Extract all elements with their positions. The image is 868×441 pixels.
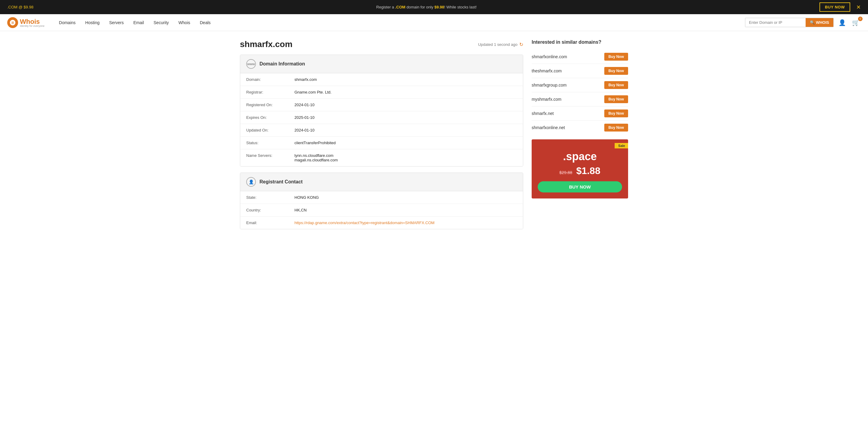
field-label-expires-on: Expires On:	[246, 115, 294, 120]
registrant-contact-header: 👤 Registrant Contact	[240, 173, 523, 191]
logo-icon	[7, 17, 18, 28]
search-input[interactable]	[745, 18, 806, 27]
main-content: shmarfx.com Updated 1 second ago ↻ www D…	[240, 39, 523, 235]
nav-link-domains[interactable]: Domains	[54, 14, 81, 31]
field-label-country: Country:	[246, 208, 294, 212]
suggestion-domain-6: shmarfxonline.net	[532, 125, 565, 130]
updated-text: Updated 1 second ago	[478, 42, 518, 47]
cart-button[interactable]: 🛒 0	[851, 18, 861, 27]
banner-bold2: $9.98	[434, 5, 444, 9]
table-row: Country: HK,CN	[240, 204, 523, 216]
logo-text-group: Whois Identity for everyone	[20, 18, 44, 27]
registrant-contact-card: 👤 Registrant Contact State: HONG KONG Co…	[240, 173, 523, 229]
search-button-label: WHOIS	[816, 20, 829, 25]
search-icon: 🔍	[810, 20, 815, 25]
old-price: $29.88	[559, 170, 572, 175]
www-icon: www	[247, 62, 255, 66]
table-row: Updated On: 2024-01-10	[240, 124, 523, 137]
nav-link-hosting[interactable]: Hosting	[81, 14, 104, 31]
cart-badge: 0	[858, 17, 863, 21]
list-item: shmarfxonline.net Buy Now	[532, 121, 628, 135]
field-value-domain: shmarfx.com	[294, 77, 317, 82]
logo-svg	[9, 19, 16, 26]
buy-button-6[interactable]: Buy Now	[604, 124, 628, 131]
banner-left-text: .COM @ $9.98	[7, 5, 33, 9]
nav-link-deals[interactable]: Deals	[195, 14, 216, 31]
banner-close-button[interactable]: ✕	[856, 4, 861, 10]
refresh-icon[interactable]: ↻	[519, 41, 523, 47]
person-icon: 👤	[249, 179, 254, 184]
nav-right: 🔍 WHOIS 👤 🛒 0	[745, 18, 861, 27]
similar-domains-title: Interested in similar domains?	[532, 39, 628, 45]
suggestion-domain-1: shmarfxonline.com	[532, 54, 567, 59]
list-item: shmarfxgroup.com Buy Now	[532, 78, 628, 92]
field-value-registrar: Gname.com Pte. Ltd.	[294, 90, 332, 94]
field-label-updated-on: Updated On:	[246, 128, 294, 133]
search-bar: 🔍 WHOIS	[745, 18, 834, 27]
buy-button-3[interactable]: Buy Now	[604, 81, 628, 89]
buy-button-4[interactable]: Buy Now	[604, 95, 628, 103]
suggestion-domain-3: shmarfxgroup.com	[532, 83, 567, 87]
sidebar: Interested in similar domains? shmarfxon…	[532, 39, 628, 235]
logo-text: Whois	[20, 18, 40, 25]
contact-icon: 👤	[246, 177, 256, 187]
list-item: theshmarfx.com Buy Now	[532, 64, 628, 78]
nav-link-security[interactable]: Security	[149, 14, 174, 31]
account-button[interactable]: 👤	[837, 18, 847, 27]
buy-button-5[interactable]: Buy Now	[604, 110, 628, 117]
domain-info-body: Domain: shmarfx.com Registrar: Gname.com…	[240, 73, 523, 166]
domain-icon: www	[246, 59, 256, 69]
sale-pricing: $29.88 $1.88	[538, 165, 622, 176]
list-item: shmarfx.net Buy Now	[532, 107, 628, 121]
search-button[interactable]: 🔍 WHOIS	[806, 18, 833, 27]
banner-bold1: .COM	[395, 5, 405, 9]
table-row: Name Servers: lynn.ns.cloudflare.com mag…	[240, 149, 523, 166]
field-label-email: Email:	[246, 220, 294, 225]
page-header: shmarfx.com Updated 1 second ago ↻	[240, 39, 523, 49]
table-row: Email: https://rdap.gname.com/extra/cont…	[240, 216, 523, 229]
field-value-email: https://rdap.gname.com/extra/contact?typ…	[294, 220, 435, 225]
field-value-expires-on: 2025-01-10	[294, 115, 315, 120]
field-label-state: State:	[246, 195, 294, 200]
suggestion-domain-4: myshmarfx.com	[532, 97, 561, 102]
field-value-country: HK,CN	[294, 208, 307, 212]
nav-link-email[interactable]: Email	[129, 14, 149, 31]
registrant-contact-body: State: HONG KONG Country: HK,CN Email: h…	[240, 191, 523, 229]
field-label-status: Status:	[246, 141, 294, 145]
similar-domains-section: Interested in similar domains? shmarfxon…	[532, 39, 628, 135]
nav-link-servers[interactable]: Servers	[104, 14, 128, 31]
field-value-registered-on: 2024-01-10	[294, 102, 315, 107]
field-label-registered-on: Registered On:	[246, 102, 294, 107]
sale-domain: .space	[538, 150, 622, 163]
top-banner: .COM @ $9.98 Register a .COM domain for …	[0, 0, 868, 14]
sale-badge: Sale	[615, 143, 628, 148]
suggestion-domain-5: shmarfx.net	[532, 111, 554, 116]
table-row: Expires On: 2025-01-10	[240, 111, 523, 124]
field-value-status: clientTransferProhibited	[294, 141, 336, 145]
field-value-name-servers: lynn.ns.cloudflare.com magali.ns.cloudfl…	[294, 153, 338, 162]
updated-info: Updated 1 second ago ↻	[478, 41, 523, 47]
sale-card: Sale .space $29.88 $1.88 BUY NOW	[532, 139, 628, 199]
main-layout: shmarfx.com Updated 1 second ago ↻ www D…	[235, 31, 633, 244]
field-value-state: HONG KONG	[294, 195, 319, 200]
account-icon: 👤	[838, 19, 846, 26]
banner-center-text: Register a .COM domain for only $9.98! W…	[376, 5, 476, 9]
nav-link-whois[interactable]: Whois	[174, 14, 195, 31]
domain-info-card: www Domain Information Domain: shmarfx.c…	[240, 55, 523, 167]
nav-links: Domains Hosting Servers Email Security W…	[54, 14, 216, 31]
page-title: shmarfx.com	[240, 39, 292, 49]
main-nav: Whois Identity for everyone Domains Host…	[0, 14, 868, 31]
field-label-name-servers: Name Servers:	[246, 153, 294, 158]
table-row: Status: clientTransferProhibited	[240, 137, 523, 149]
field-value-updated-on: 2024-01-10	[294, 128, 315, 133]
buy-button-1[interactable]: Buy Now	[604, 53, 628, 61]
banner-buy-now-button[interactable]: BUY NOW	[819, 2, 850, 12]
logo-link[interactable]: Whois Identity for everyone	[7, 17, 44, 28]
buy-button-2[interactable]: Buy Now	[604, 67, 628, 75]
email-link[interactable]: https://rdap.gname.com/extra/contact?typ…	[294, 220, 435, 225]
domain-info-title: Domain Information	[259, 61, 305, 67]
logo-sub: Identity for everyone	[20, 24, 44, 27]
field-label-domain: Domain:	[246, 77, 294, 82]
registrant-contact-title: Registrant Contact	[259, 179, 303, 185]
sale-buy-button[interactable]: BUY NOW	[538, 181, 622, 193]
